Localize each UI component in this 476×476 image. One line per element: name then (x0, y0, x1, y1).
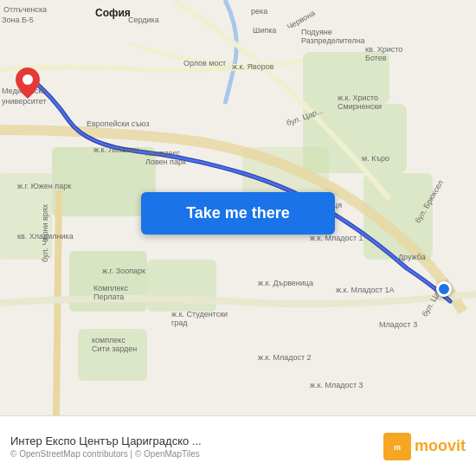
moovit-icon: m (383, 433, 411, 460)
label-poduyane: ПодуянеРазпределителна (301, 28, 365, 45)
svg-text:m: m (394, 443, 401, 452)
label-otlychenska: Отлъченска (3, 5, 47, 14)
svg-rect-0 (52, 147, 156, 216)
from-station: Интер Експо Център Цариградско ... (10, 434, 202, 447)
label-hladilnika: кв. Хладилника (17, 232, 74, 241)
take-me-there-button[interactable]: Take me there (141, 192, 335, 235)
label-m-karo: м. Къро (362, 154, 389, 163)
label-komplex-loven: КомплексЛовен парк (145, 149, 186, 166)
label-zona-b5: Зона Б-5 (2, 16, 34, 24)
moovit-text: moovit (415, 437, 466, 455)
label-orlov: Орлов мост (183, 59, 226, 68)
bottom-bar: Интер Експо Център Цариградско ... © Ope… (0, 415, 476, 476)
label-mlados3: Младост 3 (379, 320, 417, 329)
label-mlados1a: ж.к. Младост 1А (336, 286, 395, 294)
label-cherni-vruh: бул. Черни врях (41, 204, 49, 262)
moovit-logo: m moovit (383, 433, 466, 460)
bottom-info: Интер Експо Център Цариградско ... © Ope… (10, 434, 202, 459)
label-mlados1: ж.к. Младост 1 (310, 234, 363, 242)
label-mlados3b: ж.к. Младост 3 (310, 381, 363, 389)
svg-rect-4 (0, 173, 52, 260)
label-zoopark: ж.г. Зоопарк (102, 267, 145, 275)
svg-rect-8 (78, 329, 147, 381)
map-area: София Отлъченска Зона Б-5 Сердика река Ш… (0, 0, 476, 415)
moovit-logo-area: m moovit (383, 433, 466, 460)
label-reka: река (251, 7, 267, 16)
label-druzhba: Дружба (398, 253, 426, 261)
label-evro: Европейски съюз (87, 119, 150, 128)
copyright-text: © OpenStreetMap contributors | © OpenMap… (10, 449, 202, 459)
label-hristo-botev: кв. ХристоБотев (365, 45, 402, 62)
origin-marker (16, 68, 40, 99)
label-serdika: Сердика (128, 16, 159, 24)
label-bul-tsar: бул. Цар... (286, 106, 325, 127)
destination-marker (436, 281, 452, 297)
label-lozets: ж.к. Лозенец (93, 145, 138, 154)
label-yavorov: ж.к. Яворов (232, 62, 273, 71)
svg-rect-2 (147, 260, 216, 312)
label-mlados2: ж.к. Младост 2 (258, 353, 312, 362)
label-sity-garden: комплексСити зарден (92, 336, 137, 353)
label-sofia: София (95, 7, 131, 19)
svg-rect-1 (69, 251, 147, 312)
app-container: София Отлъченска Зона Б-5 Сердика река Ш… (0, 0, 476, 476)
svg-point-9 (23, 74, 33, 85)
label-hristo-smirn: ж.к. ХристоСмирненски (338, 93, 382, 111)
svg-rect-7 (363, 173, 433, 260)
label-yuzhen: ж.г. Южен парк (17, 182, 71, 190)
svg-rect-3 (303, 52, 389, 104)
label-darvenitsa: ж.к. Дървеница (258, 279, 313, 287)
label-shipka: Шипка (253, 26, 276, 35)
svg-rect-6 (303, 104, 407, 173)
label-chervona: Червона (286, 9, 317, 31)
label-bruxel: бул. Брюксел (414, 178, 445, 224)
label-perlata: КомплексПерлата (93, 284, 128, 301)
label-studgrad: ж.к. Студентскиград (171, 310, 228, 327)
